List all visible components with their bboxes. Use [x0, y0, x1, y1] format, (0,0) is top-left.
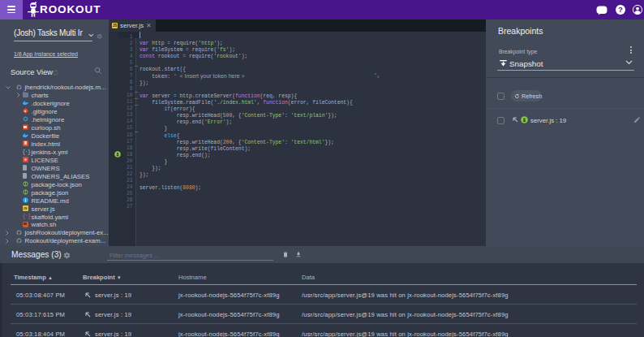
svg-text:?: ? [618, 5, 623, 14]
